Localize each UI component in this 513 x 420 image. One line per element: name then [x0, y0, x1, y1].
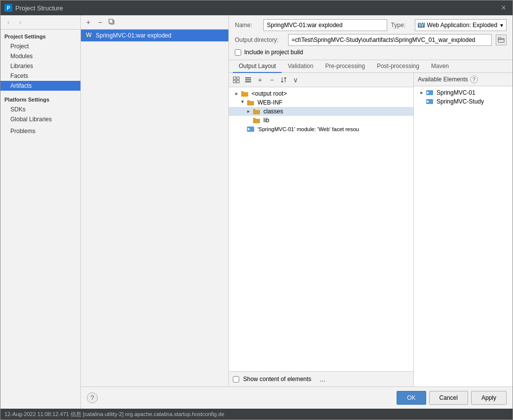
svg-rect-10	[233, 80, 236, 83]
sidebar-item-libraries[interactable]: Libraries	[0, 61, 80, 71]
svg-rect-14	[245, 81, 251, 82]
include-checkbox[interactable]	[235, 49, 241, 56]
status-bar: 12-Aug-2022 11:08:12.471 信息 [catalina-ut…	[0, 409, 513, 420]
title-bar-left: P Project Structure	[4, 4, 63, 12]
right-panel: + − W	[81, 15, 513, 409]
folder-icon-web-inf	[247, 99, 255, 106]
tree-label-web-inf: WEB-INF	[257, 99, 283, 106]
type-label: Type:	[391, 22, 411, 29]
folder-icon-classes	[253, 108, 260, 115]
tree-arrow-classes: ►	[246, 108, 252, 114]
layout-sort-button[interactable]	[278, 74, 289, 85]
show-content-browse-button[interactable]: ...	[317, 374, 328, 385]
available-elements-title: Available Elements	[418, 76, 468, 83]
available-elements-panel: Available Elements ? ►	[414, 73, 513, 386]
sidebar-item-project[interactable]: Project	[0, 41, 80, 51]
output-dir-label: Output directory:	[235, 36, 284, 43]
svg-rect-8	[233, 77, 236, 79]
svg-rect-13	[245, 79, 251, 80]
artifact-name: SpringMVC-01:war exploded	[96, 32, 171, 39]
svg-point-24	[248, 128, 250, 130]
avail-item-springmvc-study[interactable]: ► SpringMVC-Study	[414, 97, 513, 106]
copy-artifact-button[interactable]	[107, 17, 117, 28]
tab-pre-processing[interactable]: Pre-processing	[319, 60, 371, 73]
avail-item-springmvc01[interactable]: ► SpringMVC-01	[414, 88, 513, 97]
type-value: Web Application: Exploded	[427, 22, 498, 29]
cancel-button[interactable]: Cancel	[429, 391, 468, 405]
tree-arrow-web-inf: ►	[240, 99, 246, 105]
tree-label-lib: lib	[263, 117, 269, 124]
apply-button[interactable]: Apply	[471, 391, 507, 405]
svg-rect-9	[237, 77, 239, 79]
artifact-area: + − W	[81, 15, 513, 386]
svg-rect-11	[237, 80, 239, 83]
tree-item-lib[interactable]: ► lib	[229, 116, 413, 125]
output-layout-area: + − ∨	[229, 73, 513, 386]
dir-browse-button[interactable]	[496, 35, 507, 45]
tab-validation[interactable]: Validation	[282, 60, 319, 73]
tree-label-classes: classes	[263, 108, 283, 115]
close-button[interactable]: ×	[499, 3, 509, 13]
tree-item-web-inf[interactable]: ► WEB-INF	[229, 98, 413, 107]
sidebar: ‹ › Project Settings Project Modules Lib…	[0, 15, 81, 409]
help-button[interactable]: ?	[87, 392, 98, 403]
forward-button[interactable]: ›	[15, 17, 25, 27]
add-artifact-button[interactable]: +	[83, 17, 94, 28]
svg-rect-16	[241, 91, 244, 93]
window-title: Project Structure	[15, 4, 63, 12]
sidebar-item-sdks[interactable]: SDKs	[0, 105, 80, 114]
sidebar-item-problems[interactable]: Problems	[0, 126, 80, 136]
svg-rect-17	[247, 101, 254, 105]
tab-output-layout[interactable]: Output Layout	[233, 60, 282, 73]
artifact-list-item[interactable]: W SpringMVC-01:war exploded	[81, 30, 228, 41]
svg-text:W: W	[86, 32, 92, 38]
artifact-list-panel: + − W	[81, 15, 229, 386]
folder-icon-lib	[253, 117, 260, 124]
sidebar-nav: ‹ ›	[0, 15, 80, 30]
type-select[interactable]: W Web Application: Exploded ▼	[415, 19, 507, 31]
tree-item-classes[interactable]: ► classes	[229, 107, 413, 116]
sidebar-item-modules[interactable]: Modules	[0, 51, 80, 61]
available-elements-help[interactable]: ?	[470, 75, 478, 83]
layout-add-button[interactable]: +	[255, 74, 265, 85]
tree-arrow-output-root: ►	[234, 91, 240, 97]
module-icon	[247, 126, 255, 133]
back-button[interactable]: ‹	[3, 17, 13, 27]
dialog-window: P Project Structure × ‹ › Project Settin…	[0, 0, 513, 420]
project-settings-title: Project Settings	[0, 30, 80, 41]
output-dir-input[interactable]	[288, 34, 492, 46]
layout-left: + − ∨	[229, 73, 414, 386]
avail-module-icon-study	[426, 98, 434, 105]
sidebar-item-facets[interactable]: Facets	[0, 71, 80, 81]
include-label: Include in project build	[244, 49, 303, 56]
layout-grid-button[interactable]	[231, 74, 242, 85]
tab-post-processing[interactable]: Post-processing	[371, 60, 425, 73]
layout-toolbar: + − ∨	[229, 73, 413, 87]
svg-text:W: W	[418, 22, 424, 28]
svg-rect-20	[253, 109, 256, 110]
layout-list-button[interactable]	[243, 74, 254, 85]
tab-maven[interactable]: Maven	[425, 60, 455, 73]
status-text: 12-Aug-2022 11:08:12.471 信息 [catalina-ut…	[4, 411, 224, 418]
layout-down-button[interactable]: ∨	[290, 74, 301, 85]
layout-tree: ► <output root>	[229, 87, 413, 371]
tree-item-output-root[interactable]: ► <output root>	[229, 89, 413, 98]
tree-item-module[interactable]: ► 'SpringMVC-01' module: 'Web' facet res…	[229, 125, 413, 134]
ok-button[interactable]: OK	[397, 391, 426, 405]
avail-module-icon-01	[426, 89, 434, 96]
tree-label-output-root: <output root>	[252, 90, 287, 97]
available-elements-header: Available Elements ?	[414, 73, 513, 86]
tabs-bar: Output Layout Validation Pre-processing …	[229, 60, 513, 73]
output-dir-row: Output directory:	[235, 34, 507, 46]
sidebar-item-artifacts[interactable]: Artifacts	[0, 81, 80, 91]
layout-remove-button[interactable]: −	[266, 74, 277, 85]
svg-point-26	[427, 92, 429, 94]
show-content-label: Show content of elements	[243, 376, 311, 383]
name-label: Name:	[235, 22, 259, 29]
avail-label-springmvc-study: SpringMVC-Study	[437, 98, 484, 105]
name-row: Name: Type: W Web Application: Exploded …	[235, 19, 507, 31]
name-input[interactable]	[263, 19, 387, 31]
show-content-checkbox[interactable]	[233, 376, 239, 383]
remove-artifact-button[interactable]: −	[95, 17, 106, 28]
sidebar-item-global-libraries[interactable]: Global Libraries	[0, 114, 80, 124]
